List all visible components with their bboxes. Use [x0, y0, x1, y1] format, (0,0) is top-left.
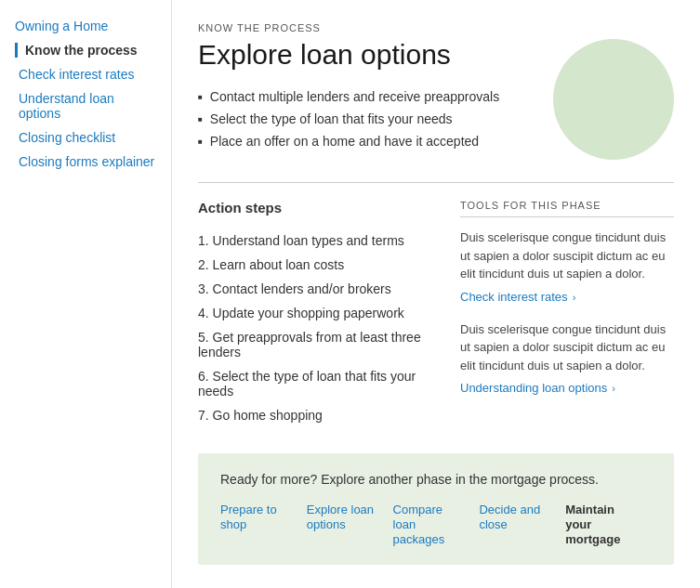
sidebar-item-closing-checklist[interactable]: Closing checklist: [15, 130, 156, 145]
step-2: 2. Learn about loan costs: [198, 253, 434, 277]
action-steps-column: Action steps 1. Understand loan types an…: [198, 200, 434, 427]
chevron-icon-2: ›: [609, 383, 615, 394]
cta-link-explore-loan-options[interactable]: Explore loan options: [307, 503, 374, 531]
bullet-list: Contact multiple lenders and receive pre…: [198, 85, 531, 152]
breadcrumb: KNOW THE PROCESS: [198, 22, 674, 33]
cta-link-prepare-to-shop[interactable]: Prepare to shop: [220, 503, 277, 531]
tool-description-2: Duis scelerisque congue tincidunt duis u…: [460, 320, 674, 375]
sidebar-item-check-interest-rates[interactable]: Check interest rates: [15, 67, 156, 82]
cta-link-item-3: Compare loan packages: [393, 502, 480, 546]
cta-heading: Ready for more? Explore another phase in…: [220, 472, 652, 487]
tool-block-1: Duis scelerisque congue tincidunt duis u…: [460, 229, 674, 304]
bullet-item-2: Select the type of loan that fits your n…: [198, 108, 531, 130]
hero-section: Explore loan options Contact multiple le…: [198, 39, 674, 160]
cta-link-item-1: Prepare to shop: [220, 502, 307, 531]
hero-image: [553, 39, 674, 160]
step-3: 3. Contact lenders and/or brokers: [198, 277, 434, 301]
sidebar-item-closing-forms[interactable]: Closing forms explainer: [15, 154, 156, 169]
two-column-section: Action steps 1. Understand loan types an…: [198, 182, 674, 427]
step-1: 1. Understand loan types and terms: [198, 229, 434, 253]
cta-section: Ready for more? Explore another phase in…: [198, 453, 674, 565]
tools-column: TOOLS FOR THIS PHASE Duis scelerisque co…: [460, 200, 674, 427]
sidebar-item-understand-loan-options[interactable]: Understand loan options: [15, 91, 156, 121]
chevron-icon-1: ›: [570, 292, 576, 303]
cta-link-compare-loan-packages[interactable]: Compare loan packages: [393, 503, 445, 546]
sidebar-item-owning-home[interactable]: Owning a Home: [15, 19, 156, 33]
step-7: 7. Go home shopping: [198, 403, 434, 427]
tools-heading: TOOLS FOR THIS PHASE: [460, 200, 674, 217]
step-4: 4. Update your shopping paperwork: [198, 301, 434, 325]
tool-link-check-interest-rates[interactable]: Check interest rates ›: [460, 290, 575, 304]
step-5: 5. Get preapprovals from at least three …: [198, 325, 434, 364]
cta-link-decide-and-close[interactable]: Decide and close: [479, 503, 540, 531]
sidebar: Owning a Home Know the process Check int…: [0, 0, 172, 588]
cta-link-item-2: Explore loan options: [307, 502, 393, 531]
cta-plain-maintain: Maintain your mortgage: [565, 503, 620, 546]
tool-block-2: Duis scelerisque congue tincidunt duis u…: [460, 320, 674, 396]
bullet-item-1: Contact multiple lenders and receive pre…: [198, 85, 531, 108]
hero-text: Explore loan options Contact multiple le…: [198, 39, 531, 152]
step-6: 6. Select the type of loan that fits you…: [198, 364, 434, 403]
cta-link-item-5: Maintain your mortgage: [565, 502, 652, 546]
cta-link-item-4: Decide and close: [479, 502, 565, 531]
action-steps-heading: Action steps: [198, 200, 434, 216]
bullet-item-3: Place an offer on a home and have it acc…: [198, 130, 531, 152]
page-title: Explore loan options: [198, 39, 531, 71]
tool-description-1: Duis scelerisque congue tincidunt duis u…: [460, 229, 674, 283]
cta-links: Prepare to shop Explore loan options Com…: [220, 502, 652, 546]
sidebar-item-know-process[interactable]: Know the process: [15, 43, 156, 58]
tool-link-understanding-loan-options[interactable]: Understanding loan options ›: [460, 381, 615, 395]
steps-list: 1. Understand loan types and terms 2. Le…: [198, 229, 434, 427]
main-content: KNOW THE PROCESS Explore loan options Co…: [172, 0, 700, 588]
